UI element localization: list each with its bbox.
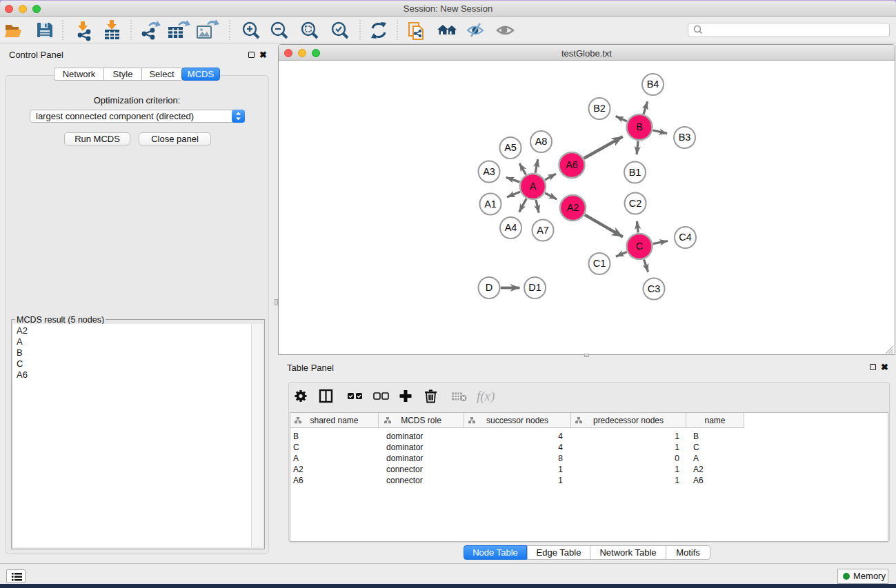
- svg-text:B4: B4: [647, 79, 659, 90]
- svg-text:C: C: [636, 241, 643, 252]
- svg-text:A8: A8: [535, 136, 548, 147]
- svg-text:D: D: [486, 282, 492, 293]
- svg-text:B: B: [636, 121, 643, 132]
- svg-text:C2: C2: [629, 198, 642, 209]
- svg-text:A3: A3: [483, 166, 495, 177]
- svg-text:B1: B1: [629, 167, 641, 178]
- svg-text:A6: A6: [566, 159, 578, 170]
- svg-text:A7: A7: [537, 225, 549, 236]
- svg-text:C4: C4: [679, 232, 692, 243]
- svg-text:C1: C1: [593, 258, 606, 269]
- svg-text:D1: D1: [528, 282, 541, 293]
- svg-text:f(x): f(x): [477, 389, 495, 404]
- svg-text:B3: B3: [679, 132, 691, 143]
- svg-text:B2: B2: [593, 103, 606, 114]
- svg-text:C3: C3: [648, 283, 661, 294]
- svg-text:A: A: [530, 181, 537, 192]
- svg-text:A4: A4: [505, 222, 517, 233]
- svg-text:A1: A1: [484, 199, 497, 210]
- svg-text:A2: A2: [567, 202, 579, 213]
- svg-text:A5: A5: [504, 142, 517, 153]
